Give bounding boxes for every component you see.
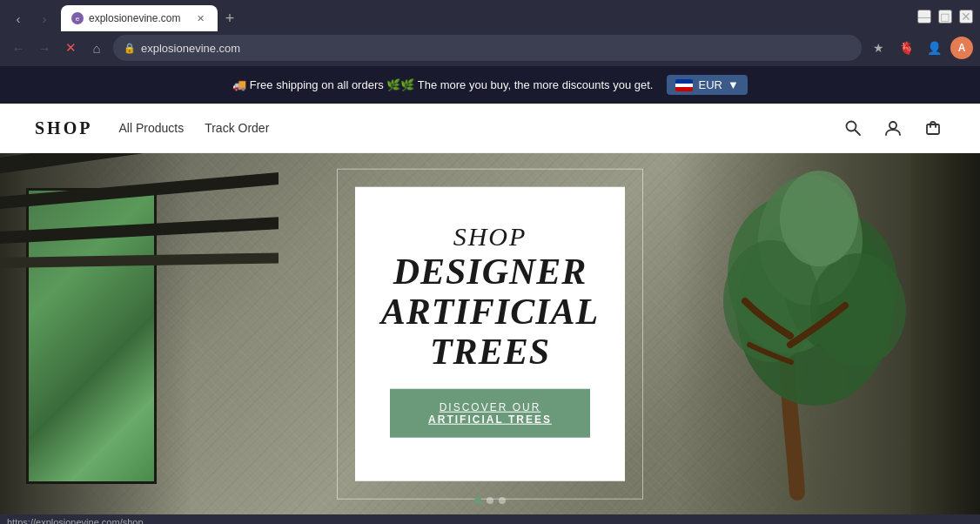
status-bar: https://explosionevine.com/shop	[0, 514, 980, 524]
status-url: https://explosionevine.com/shop	[7, 517, 144, 524]
window-controls: — ◻ ✕	[917, 10, 973, 27]
account-button[interactable]	[881, 116, 905, 140]
carousel-dot-1[interactable]	[474, 497, 481, 504]
nav-links: All Products Track Order	[118, 121, 269, 135]
promo-bar: 🚚 Free shipping on all orders 🌿🌿 The mor…	[0, 66, 980, 104]
cart-button[interactable]	[921, 116, 945, 140]
nav-bar: SHOP All Products Track Order	[0, 104, 980, 153]
hero-section: SHOP DESIGNER ARTIFICIAL TREES DISCOVER …	[0, 153, 980, 514]
address-input[interactable]: 🔒 explosionevine.com	[113, 35, 862, 61]
website: 🚚 Free shipping on all orders 🌿🌿 The mor…	[0, 66, 980, 514]
right-frame	[910, 153, 980, 514]
svg-rect-3	[927, 124, 939, 134]
minimize-button[interactable]: —	[917, 10, 931, 24]
extensions-button[interactable]: 🫀	[895, 37, 917, 59]
bookmark-button[interactable]: ★	[867, 37, 889, 59]
cart-icon	[924, 119, 942, 137]
search-icon	[844, 119, 862, 137]
search-button[interactable]	[841, 116, 865, 140]
close-window-button[interactable]: ✕	[959, 10, 973, 24]
hero-title-section: SHOP DESIGNER ARTIFICIAL TREES	[381, 221, 599, 372]
reload-button[interactable]: ✕	[59, 37, 82, 59]
svg-line-1	[856, 131, 861, 136]
eu-flag-icon	[675, 79, 693, 91]
tab-close-button[interactable]: ✕	[193, 11, 207, 25]
cta-prefix: DISCOVER OUR	[440, 401, 541, 413]
lock-icon: 🔒	[124, 43, 136, 54]
active-tab[interactable]: e explosionevine.com ✕	[61, 5, 218, 31]
svg-rect-7	[0, 252, 279, 268]
cta-link: ARTIFICIAL TREES	[428, 413, 552, 426]
browser-actions: ★ 🫀 👤 A	[867, 37, 973, 59]
site-logo[interactable]: SHOP	[35, 118, 92, 138]
back-button[interactable]: ←	[7, 37, 30, 59]
address-text: explosionevine.com	[141, 42, 851, 55]
svg-rect-4	[0, 153, 279, 174]
tab-favicon-icon: e	[71, 12, 84, 24]
hero-title-main: DESIGNER ARTIFICIAL TREES	[381, 251, 599, 372]
carousel-dot-3[interactable]	[499, 497, 506, 504]
tab-bar: ‹ › e explosionevine.com ✕ + — ◻ ✕	[0, 0, 980, 31]
currency-label: EUR	[698, 78, 722, 91]
hero-card: SHOP DESIGNER ARTIFICIAL TREES DISCOVER …	[355, 186, 625, 481]
browser-forward-button[interactable]: ›	[33, 7, 56, 30]
svg-point-13	[810, 253, 906, 366]
carousel-dot-2[interactable]	[487, 497, 493, 504]
svg-point-14	[780, 171, 858, 266]
promo-text: 🚚 Free shipping on all orders 🌿🌿 The mor…	[232, 78, 653, 91]
tab-title: explosionevine.com	[89, 12, 180, 24]
currency-selector[interactable]: EUR ▼	[667, 75, 747, 95]
avatar-button[interactable]: A	[950, 37, 973, 59]
browser-back-forward: ‹ ›	[7, 7, 56, 30]
hero-card-wrapper: SHOP DESIGNER ARTIFICIAL TREES DISCOVER …	[337, 168, 643, 500]
currency-chevron-icon: ▼	[728, 78, 739, 91]
restore-button[interactable]: ◻	[938, 10, 952, 24]
account-icon	[884, 119, 902, 137]
svg-rect-6	[0, 217, 279, 245]
ceiling-beams	[0, 153, 279, 275]
nav-link-track-order[interactable]: Track Order	[205, 121, 269, 135]
forward-button[interactable]: →	[33, 37, 56, 59]
browser-back-button[interactable]: ‹	[7, 7, 30, 30]
hero-title-shop: SHOP	[381, 221, 599, 251]
profile-button[interactable]: 👤	[923, 37, 945, 59]
nav-icons	[841, 116, 945, 140]
nav-link-all-products[interactable]: All Products	[118, 121, 184, 135]
svg-point-0	[847, 122, 856, 131]
address-bar-row: ← → ✕ ⌂ 🔒 explosionevine.com ★ 🫀 👤 A	[0, 31, 980, 66]
home-button[interactable]: ⌂	[85, 37, 108, 59]
svg-rect-5	[0, 171, 279, 210]
svg-point-2	[889, 122, 896, 129]
hero-card-border: SHOP DESIGNER ARTIFICIAL TREES DISCOVER …	[337, 168, 643, 500]
nav-controls: ← → ✕ ⌂	[7, 37, 108, 59]
browser-chrome: ‹ › e explosionevine.com ✕ + — ◻ ✕ ← → ✕…	[0, 0, 980, 66]
carousel-dots	[474, 497, 506, 504]
new-tab-button[interactable]: +	[218, 6, 242, 30]
cta-button[interactable]: DISCOVER OUR ARTIFICIAL TREES	[390, 389, 590, 438]
tree-visual	[684, 171, 928, 510]
